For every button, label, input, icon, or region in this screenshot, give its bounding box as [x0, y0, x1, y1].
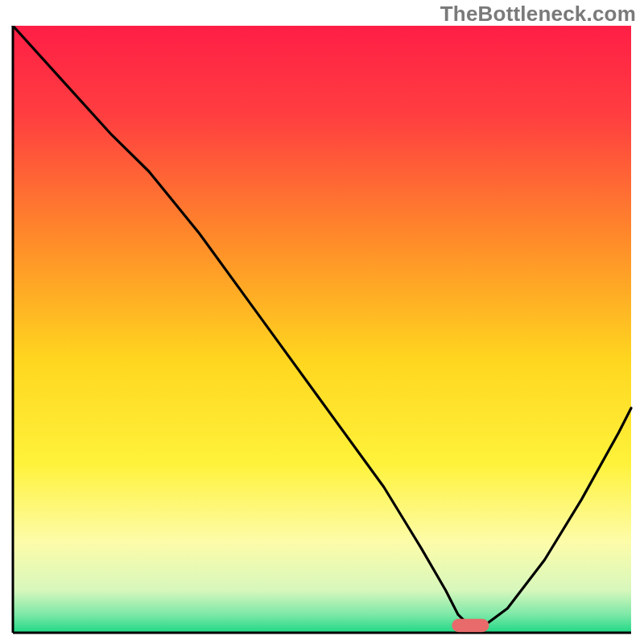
optimal-range-marker: [452, 619, 489, 633]
watermark-text: TheBottleneck.com: [440, 2, 636, 27]
chart-svg: [8, 26, 636, 638]
bottleneck-chart: [8, 26, 636, 638]
chart-background: [13, 26, 631, 633]
